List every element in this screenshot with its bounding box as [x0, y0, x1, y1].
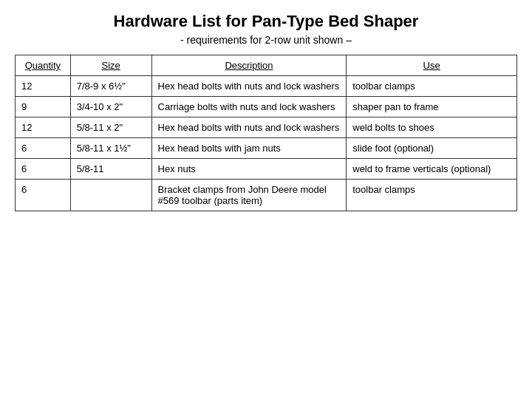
cell-size: 5/8-11 x 1½": [70, 138, 151, 159]
cell-quantity: 6: [16, 138, 71, 159]
cell-description: Carriage bolts with nuts and lock washer…: [151, 97, 347, 117]
cell-use: shaper pan to frame: [347, 97, 517, 117]
cell-size: 5/8-11 x 2": [70, 117, 151, 138]
cell-quantity: 6: [16, 159, 71, 180]
col-header-quantity: Quantity: [16, 55, 71, 76]
cell-size: [70, 180, 151, 211]
table-row: 125/8-11 x 2"Hex head bolts with nuts an…: [16, 117, 517, 138]
table-row: 6Bracket clamps from John Deere model #5…: [16, 180, 517, 211]
cell-quantity: 12: [16, 117, 71, 138]
cell-description: Hex nuts: [151, 159, 347, 180]
cell-description: Bracket clamps from John Deere model #56…: [151, 180, 347, 211]
table-row: 127/8-9 x 6½"Hex head bolts with nuts an…: [16, 76, 517, 97]
hardware-table: Quantity Size Description Use 127/8-9 x …: [15, 55, 517, 211]
col-header-size: Size: [70, 55, 151, 76]
cell-description: Hex head bolts with nuts and lock washer…: [151, 76, 347, 97]
cell-description: Hex head bolts with nuts and lock washer…: [151, 117, 347, 138]
cell-size: 3/4-10 x 2": [70, 97, 151, 117]
cell-size: 7/8-9 x 6½": [70, 76, 151, 97]
cell-quantity: 12: [16, 76, 71, 97]
cell-use: toolbar clamps: [347, 76, 517, 97]
cell-quantity: 6: [16, 180, 71, 211]
cell-quantity: 9: [16, 97, 71, 117]
cell-use: weld to frame verticals (optional): [347, 159, 517, 180]
table-row: 93/4-10 x 2"Carriage bolts with nuts and…: [16, 97, 517, 117]
page-title: Hardware List for Pan-Type Bed Shaper: [114, 12, 419, 31]
cell-size: 5/8-11: [70, 159, 151, 180]
cell-use: weld bolts to shoes: [347, 117, 517, 138]
col-header-use: Use: [347, 55, 517, 76]
col-header-description: Description: [151, 55, 347, 76]
cell-use: slide foot (optional): [347, 138, 517, 159]
cell-description: Hex head bolts with jam nuts: [151, 138, 347, 159]
page-subtitle: - requirements for 2-row unit shown –: [180, 34, 352, 46]
table-row: 65/8-11 x 1½"Hex head bolts with jam nut…: [16, 138, 517, 159]
table-row: 65/8-11Hex nutsweld to frame verticals (…: [16, 159, 517, 180]
cell-use: toolbar clamps: [347, 180, 517, 211]
